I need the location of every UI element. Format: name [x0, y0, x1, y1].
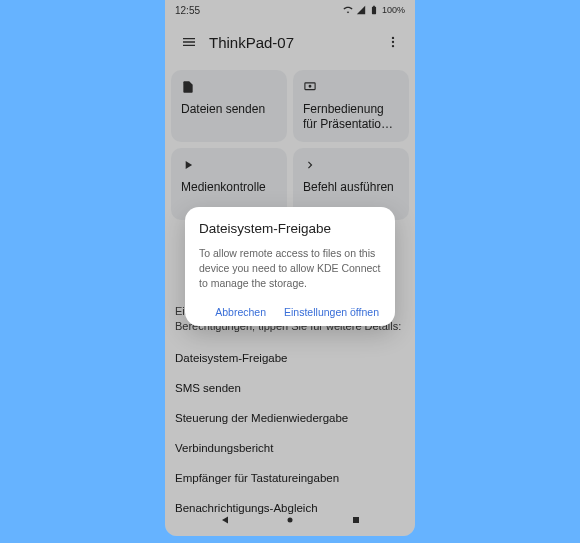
- phone-frame: 12:55 100% ThinkPad-07 Dateien senden Fe…: [165, 0, 415, 536]
- open-settings-button[interactable]: Einstellungen öffnen: [284, 306, 379, 318]
- dialog-title: Dateisystem-Freigabe: [199, 221, 381, 236]
- dialog-body: To allow remote access to files on this …: [199, 246, 381, 292]
- dialog-actions: Abbrechen Einstellungen öffnen: [199, 306, 381, 318]
- permission-dialog: Dateisystem-Freigabe To allow remote acc…: [185, 207, 395, 326]
- cancel-button[interactable]: Abbrechen: [215, 306, 266, 318]
